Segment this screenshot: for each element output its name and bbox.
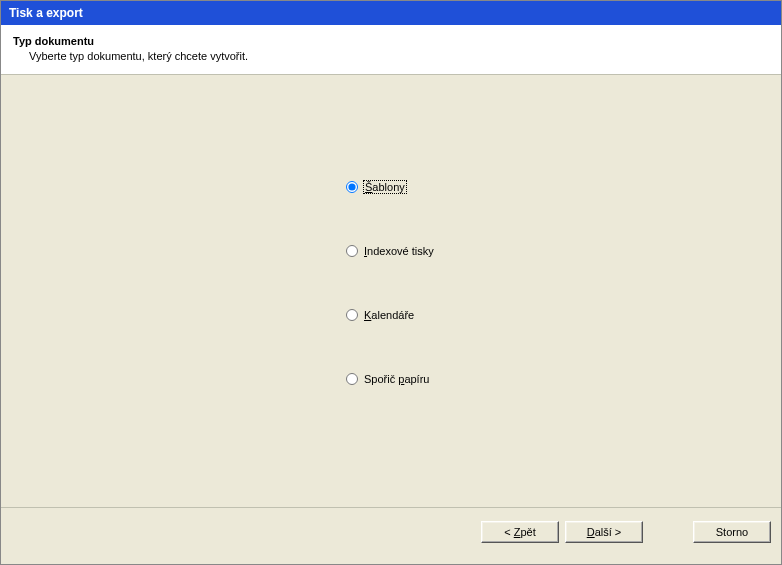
radio-paper-input[interactable] bbox=[346, 373, 358, 385]
back-button[interactable]: < Zpět bbox=[481, 521, 559, 543]
wizard-footer: < Zpět Další > Storno bbox=[1, 507, 781, 555]
titlebar: Tisk a export bbox=[1, 1, 781, 25]
document-type-radio-group: Šablony Indexové tisky Kalendáře Spořič … bbox=[346, 181, 434, 385]
header-description: Vyberte typ dokumentu, který chcete vytv… bbox=[29, 50, 769, 62]
radio-calendars-label: Kalendáře bbox=[364, 309, 414, 321]
window-title: Tisk a export bbox=[9, 6, 83, 20]
radio-option-calendars[interactable]: Kalendáře bbox=[346, 309, 434, 321]
radio-templates-input[interactable] bbox=[346, 181, 358, 193]
radio-paper-label: Spořič papíru bbox=[364, 373, 429, 385]
radio-option-paper-saver[interactable]: Spořič papíru bbox=[346, 373, 434, 385]
radio-calendars-input[interactable] bbox=[346, 309, 358, 321]
radio-option-templates[interactable]: Šablony bbox=[346, 181, 434, 193]
radio-index-label: Indexové tisky bbox=[364, 245, 434, 257]
wizard-header: Typ dokumentu Vyberte typ dokumentu, kte… bbox=[1, 25, 781, 75]
next-button[interactable]: Další > bbox=[565, 521, 643, 543]
cancel-button[interactable]: Storno bbox=[693, 521, 771, 543]
wizard-body: Šablony Indexové tisky Kalendáře Spořič … bbox=[1, 75, 781, 507]
header-title: Typ dokumentu bbox=[13, 35, 769, 47]
radio-templates-label: Šablony bbox=[364, 181, 406, 193]
radio-index-input[interactable] bbox=[346, 245, 358, 257]
radio-option-index[interactable]: Indexové tisky bbox=[346, 245, 434, 257]
